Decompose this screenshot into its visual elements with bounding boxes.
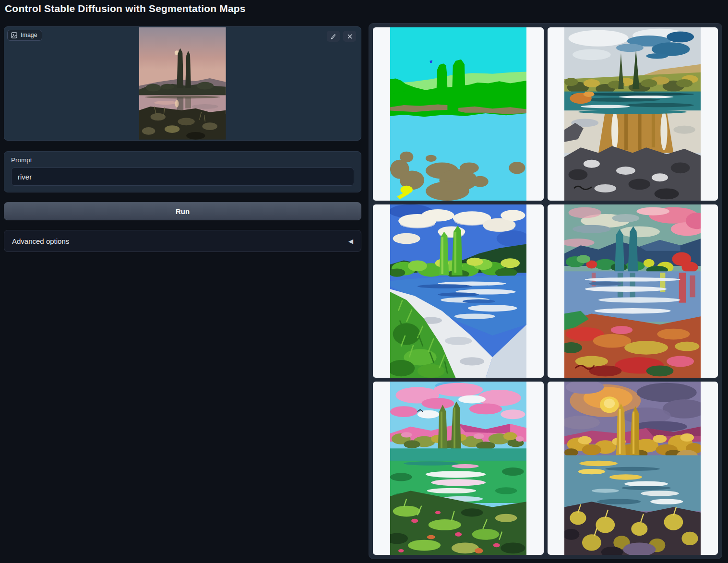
image-input-block[interactable]: Image [4, 26, 361, 141]
gallery-image-watercolor [564, 27, 701, 201]
gallery-item-expressionist[interactable] [548, 204, 718, 378]
advanced-options-label: Advanced options [12, 237, 69, 245]
gallery-image-expressionist [564, 204, 701, 378]
gallery-item-golden-sunset[interactable] [548, 382, 718, 555]
gallery-item-watercolor[interactable] [548, 27, 718, 201]
edit-image-button[interactable] [327, 31, 340, 42]
gallery-image-pink-sky [390, 382, 526, 555]
image-toolbar [327, 31, 356, 42]
clear-image-button[interactable] [343, 31, 356, 42]
run-button[interactable]: Run [4, 202, 361, 220]
gallery-item-segmentation-map[interactable] [373, 27, 544, 201]
image-input-label-text: Image [21, 32, 37, 38]
close-icon [347, 34, 353, 39]
gallery-image-vivid-green [390, 204, 526, 378]
collapse-arrow-icon: ◀ [348, 238, 353, 245]
output-gallery [369, 23, 722, 559]
prompt-label: Prompt [11, 156, 354, 164]
gallery-image-segmentation-map [390, 27, 526, 201]
prompt-input[interactable] [11, 168, 354, 186]
page-title: Control Stable Diffusion with Segmentati… [5, 3, 246, 14]
gallery-item-vivid-green[interactable] [373, 204, 544, 378]
prompt-block: Prompt [4, 151, 361, 192]
pencil-icon [330, 33, 336, 39]
uploaded-image-preview[interactable] [139, 27, 226, 140]
gallery-image-golden-sunset [564, 382, 701, 555]
advanced-options-accordion[interactable]: Advanced options ◀ [4, 230, 361, 252]
image-input-label: Image [7, 30, 42, 41]
image-icon [11, 32, 17, 38]
gallery-item-pink-sky[interactable] [373, 382, 544, 555]
